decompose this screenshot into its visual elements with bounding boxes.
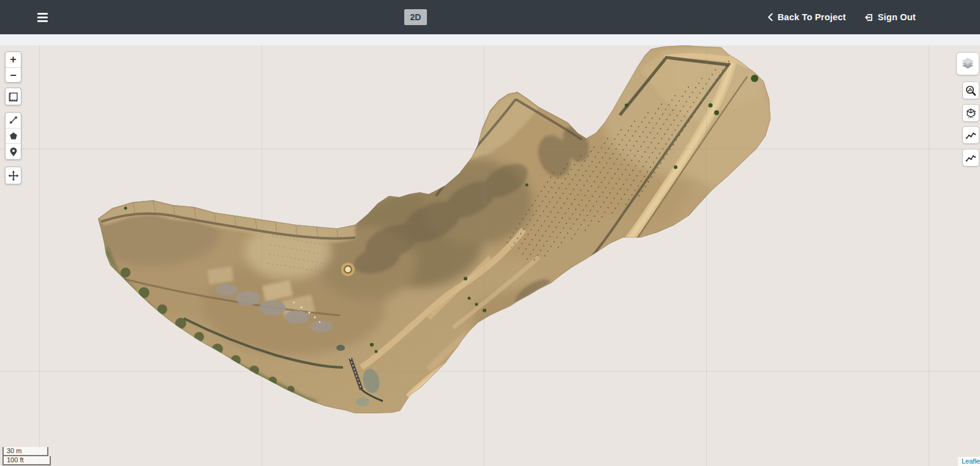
ruler-square-icon [8, 91, 19, 102]
zoom-out-button[interactable]: − [6, 68, 21, 83]
layers-icon [960, 56, 976, 72]
measure-line-button[interactable] [6, 113, 21, 128]
pan-move-button[interactable] [5, 167, 21, 184]
line-chart-icon [965, 152, 977, 164]
map-canvas[interactable]: + − [0, 45, 980, 466]
menu-button[interactable] [34, 9, 53, 26]
move-arrows-icon [8, 170, 19, 181]
back-to-project-label: Back To Project [777, 12, 846, 22]
orthophoto-layer [0, 45, 980, 466]
graticule-line [0, 149, 980, 149]
sign-out-label: Sign Out [878, 12, 916, 22]
back-to-project-button[interactable]: Back To Project [767, 12, 846, 22]
top-navbar: 2D Back To Project Sign Out [0, 0, 980, 34]
pentagon-icon [8, 130, 19, 141]
navbar-right-group: Back To Project Sign Out [767, 0, 916, 34]
sub-header-band [0, 34, 980, 45]
cube-3d-icon [965, 107, 977, 119]
measure-area-button[interactable] [5, 88, 21, 105]
scale-control: 30 m 100 ft [2, 447, 51, 465]
sign-out-button[interactable]: Sign Out [864, 12, 916, 22]
measure-tools-group [5, 112, 21, 160]
line-chart-icon [965, 129, 977, 141]
hamburger-icon [37, 13, 48, 15]
graticule-line [706, 45, 707, 466]
graticule-line [484, 45, 484, 466]
chevron-left-icon [767, 13, 773, 21]
attribution: Leaflet [958, 457, 980, 466]
layers-button[interactable] [956, 52, 979, 75]
magnifier-nodes-icon [965, 85, 977, 97]
graticule-line [262, 45, 262, 466]
graticule-line [0, 371, 980, 372]
mode-2d-button[interactable]: 2D [404, 9, 427, 25]
scale-metric: 30 m [2, 447, 48, 456]
sign-out-icon [864, 13, 873, 22]
graticule-line [929, 45, 929, 466]
profile-chart-button[interactable] [962, 149, 979, 167]
line-segment-icon [8, 115, 19, 126]
zoom-in-button[interactable]: + [6, 52, 21, 67]
inspect-features-button[interactable] [962, 81, 979, 99]
zoom-control: + − [5, 51, 21, 83]
map-pin-icon [8, 146, 19, 157]
scale-imperial: 100 ft [2, 456, 51, 465]
graticule-line [39, 45, 40, 466]
draw-polygon-button[interactable] [6, 128, 21, 144]
view-3d-button[interactable] [962, 104, 979, 122]
leaflet-link[interactable]: Leaflet [962, 457, 980, 465]
add-marker-button[interactable] [6, 143, 21, 159]
elevation-chart-button[interactable] [962, 126, 979, 144]
